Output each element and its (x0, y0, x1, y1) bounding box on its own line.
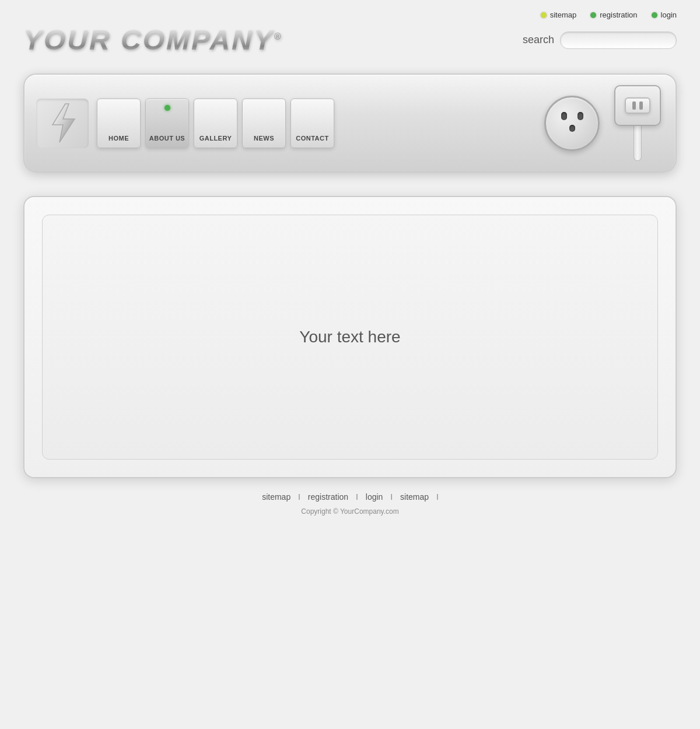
top-bar: sitemap registration login (0, 0, 700, 24)
content-panel-wrapper: Your text here (23, 196, 677, 478)
nav-btn-contact[interactable]: CONTACT (290, 99, 334, 148)
svg-marker-0 (52, 104, 75, 142)
plug-head (625, 97, 650, 114)
footer-sitemap2-link[interactable]: sitemap (400, 492, 429, 502)
nav-btn-gallery-label: GALLERY (200, 135, 232, 142)
nav-btn-gallery[interactable]: GALLERY (194, 99, 237, 148)
logo-text: YOUR COMPANY (23, 24, 274, 55)
search-label: search (523, 34, 554, 46)
sockets-area (544, 85, 664, 161)
nav-btn-news[interactable]: NEWS (242, 99, 286, 148)
footer-login-link[interactable]: login (366, 492, 383, 502)
socket-ground-hole (569, 125, 575, 132)
eu-socket (544, 96, 600, 151)
content-panel: Your text here (23, 196, 677, 478)
socket-hole-left (561, 112, 567, 120)
copyright-text: Copyright © YourCompany.com (301, 507, 398, 516)
footer-sitemap-link[interactable]: sitemap (262, 492, 290, 502)
lightning-logo (36, 99, 89, 148)
footer-sep-3: I (390, 492, 393, 502)
sitemap-dot (541, 12, 547, 18)
nav-btn-contact-label: CONTACT (296, 135, 328, 142)
sitemap-link[interactable]: sitemap (541, 10, 577, 19)
nav-btn-home[interactable]: HOME (97, 99, 141, 148)
search-area: search (523, 31, 677, 49)
about-indicator (164, 105, 170, 111)
lightning-icon (47, 103, 79, 143)
footer-sep-4: I (436, 492, 439, 502)
plug-socket (614, 85, 661, 126)
copyright: Copyright © YourCompany.com (0, 507, 700, 527)
login-label: login (661, 10, 677, 19)
nav-btn-home-label: HOME (108, 135, 129, 142)
search-input[interactable] (560, 31, 677, 49)
power-strip-wrapper: HOME ABOUT US GALLERY NEWS CONTACT (23, 73, 677, 173)
footer-links: sitemap I registration I login I sitemap… (0, 478, 700, 507)
nav-btn-about[interactable]: ABOUT US (145, 99, 189, 148)
socket-hole-right (578, 112, 583, 120)
nav-btn-about-label: ABOUT US (149, 135, 185, 142)
nav-buttons: HOME ABOUT US GALLERY NEWS CONTACT (97, 99, 334, 148)
plug-pin-left (632, 101, 636, 110)
socket-holes (561, 112, 583, 120)
power-strip: HOME ABOUT US GALLERY NEWS CONTACT (23, 73, 677, 173)
footer-registration-link[interactable]: registration (308, 492, 348, 502)
nav-btn-news-label: NEWS (254, 135, 274, 142)
plug-pin-right (639, 101, 643, 110)
registration-dot (590, 12, 596, 18)
footer-sep-2: I (356, 492, 358, 502)
content-panel-inner: Your text here (42, 215, 658, 460)
header-row: YOUR COMPANY® search (0, 24, 700, 68)
plug-socket-wrap (611, 85, 664, 161)
login-link[interactable]: login (652, 10, 677, 19)
cable (634, 126, 642, 161)
registration-label: registration (600, 10, 637, 19)
company-logo: YOUR COMPANY® (23, 24, 283, 56)
login-dot (652, 12, 657, 18)
registration-link[interactable]: registration (590, 10, 637, 19)
content-placeholder-text: Your text here (299, 328, 400, 346)
logo-reg: ® (274, 31, 283, 41)
footer-sep-1: I (298, 492, 300, 502)
sitemap-label: sitemap (550, 10, 577, 19)
